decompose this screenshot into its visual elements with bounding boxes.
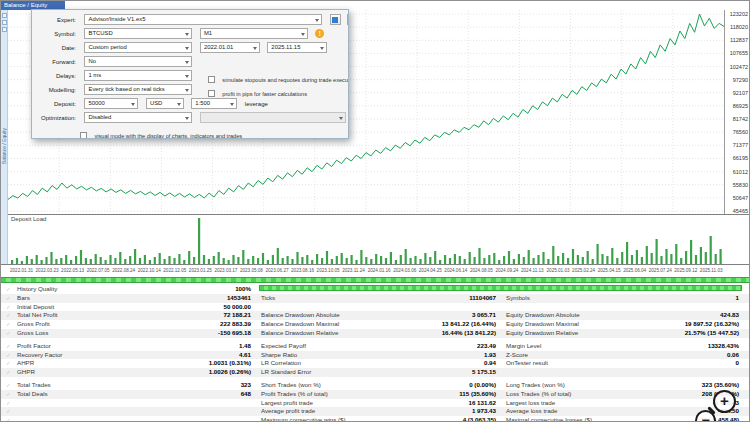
stats-row[interactable]: ✓Recovery Factor4.61Sharpe Ratio1.93Z-Sc…: [1, 351, 750, 360]
stat-label: Gross Profit: [17, 320, 50, 329]
deposit-currency-select[interactable]: USD: [146, 98, 184, 109]
stat-label: Ticks: [261, 294, 275, 303]
y-axis-label: 66195: [733, 155, 748, 161]
date-axis-label: 2023.10.05: [317, 268, 340, 273]
delays-select[interactable]: 1 ms: [84, 70, 192, 81]
date-mode-select[interactable]: Custom period: [84, 42, 192, 53]
stats-row[interactable]: ✓AHPR1.0031 (0.31%)LR Correlation0.94OnT…: [1, 359, 750, 368]
stat-value: 3 065.71: [363, 311, 496, 320]
leverage-label: leverage: [245, 101, 268, 107]
row-marker-icon: ✓: [6, 407, 11, 416]
expert-select[interactable]: Advisor/Inside V1.ex5: [84, 14, 322, 25]
stat-label: Sharpe Ratio: [261, 351, 297, 360]
stat-value: 72 188.21: [113, 311, 251, 320]
stats-row[interactable]: ✓GHPR1.0026 (0.26%)LR Standard Error5 17…: [1, 368, 750, 377]
stat-value: 222 883.39: [113, 320, 251, 329]
y-axis-label: 71377: [733, 142, 748, 148]
date-axis-label: 2023.11.24: [342, 268, 365, 273]
forward-select[interactable]: No: [84, 56, 192, 67]
row-marker-icon: ✓: [6, 416, 11, 422]
row-marker-icon: ✓: [6, 329, 11, 338]
left-toolbar-strip: Balance / Equity: [1, 10, 8, 264]
stat-label: Gross Loss: [17, 329, 48, 338]
stats-row[interactable]: ✓Largest profit trade16 131.62Largest lo…: [1, 399, 750, 408]
date-axis-label: 2022.12.05: [163, 268, 186, 273]
stat-value: 1453461: [113, 294, 251, 303]
expert-label: Expert:: [36, 14, 76, 26]
strategy-tester-window: Balance / Equity Balance / Equity 123202…: [0, 0, 750, 422]
stat-label: Expected Payoff: [261, 342, 306, 351]
stats-row[interactable]: ✓Initial Deposit50 000.00: [1, 303, 750, 312]
strip-icon[interactable]: [2, 13, 7, 18]
stats-row[interactable]: ✓Gross Profit222 883.39Balance Drawdown …: [1, 320, 750, 329]
stats-row[interactable]: ✓Gross Loss-150 695.18Balance Drawdown R…: [1, 329, 750, 338]
stat-value: 13328.43%: [611, 342, 739, 351]
stat-value: 323: [113, 381, 251, 390]
stats-row[interactable]: ✓Total Net Profit72 188.21Balance Drawdo…: [1, 311, 750, 320]
stats-row[interactable]: ✓Total Trades323Short Trades (won %)0 (0…: [1, 381, 750, 390]
y-axis-label: 76560: [733, 129, 748, 135]
zoom-in-button[interactable]: +: [713, 390, 736, 413]
deposit-amount-select[interactable]: 50000: [84, 98, 138, 109]
date-from-field[interactable]: 2022.01.01: [200, 42, 260, 53]
y-axis-label: 61012: [733, 169, 748, 175]
date-axis-label: 2024.09.24: [495, 268, 518, 273]
stat-label: AHPR: [17, 359, 34, 368]
date-axis-label: 2024.01.16: [368, 268, 391, 273]
stat-label: Equity Drawdown Maximal: [506, 320, 579, 329]
expert-settings-button[interactable]: ⚙: [347, 14, 349, 25]
stat-label: OnTester result: [506, 359, 548, 368]
stats-row[interactable]: ✓Bars1453461Ticks11104067Symbols1: [1, 294, 750, 303]
date-axis-label: 2025.09.12: [674, 268, 697, 273]
y-axis: 1232021180201128371076551024729729092107…: [724, 10, 750, 214]
plus-icon: +: [720, 392, 729, 409]
expert-ide-button[interactable]: [330, 14, 341, 25]
stat-label: Balance Drawdown Relative: [261, 329, 338, 338]
symbol-warning-icon[interactable]: !: [315, 29, 324, 38]
stat-value: 1.48: [113, 342, 251, 351]
stat-label: Largest loss trade: [506, 399, 555, 408]
stopouts-checkbox[interactable]: [208, 76, 215, 83]
strip-icon[interactable]: [2, 27, 7, 32]
visual-mode-checkbox-label: visual mode with the display of charts, …: [94, 133, 242, 139]
row-marker-icon: ✓: [6, 399, 11, 408]
date-axis-label: 2023.05.08: [240, 268, 263, 273]
y-axis-label: 97290: [733, 77, 748, 83]
stat-value: 1.0031 (0.31%): [113, 359, 251, 368]
leverage-select[interactable]: 1:500: [191, 98, 237, 109]
date-axis-label: 2025.06.04: [623, 268, 646, 273]
forward-label: Forward:: [36, 56, 76, 68]
stat-label: Short Trades (won %): [261, 381, 321, 390]
date-to-field[interactable]: 2025.11.15: [267, 42, 327, 53]
date-axis-label: 2023.06.27: [266, 268, 289, 273]
date-axis-label: 2024.06.14: [444, 268, 467, 273]
stat-label: Recovery Factor: [17, 351, 62, 360]
stat-value: 1: [611, 294, 739, 303]
stat-label: Average profit trade: [261, 407, 315, 416]
stat-value: 0.06: [611, 351, 739, 360]
y-axis-label: 102472: [730, 64, 748, 70]
stat-label: Total Trades: [17, 381, 51, 390]
strip-icon[interactable]: [2, 20, 7, 25]
y-axis-label: 50647: [733, 195, 748, 201]
stats-row[interactable]: ✓Average profit trade1 973.43Average los…: [1, 407, 750, 416]
visual-mode-checkbox[interactable]: [80, 132, 87, 139]
symbol-select[interactable]: BTCUSD: [84, 28, 192, 39]
y-axis-label: 55830: [733, 182, 748, 188]
symbol-label: Symbol:: [36, 28, 76, 40]
stats-row[interactable]: ✓Profit Factor1.48Expected Payoff223.49M…: [1, 342, 750, 351]
stats-row[interactable]: ✓Total Deals648Profit Trades (% of total…: [1, 390, 750, 399]
stat-value: 424.83: [611, 311, 739, 320]
stat-label: Equity Drawdown Absolute: [506, 311, 580, 320]
optimization-criterion-select: [200, 112, 346, 123]
stats-row[interactable]: ✓Maximum consecutive wins ($)4 (3 063.35…: [1, 416, 750, 422]
stat-value: 223.49: [363, 342, 496, 351]
stat-value: 323 (35.60%): [611, 381, 739, 390]
timeframe-select[interactable]: M1: [200, 28, 308, 39]
row-marker-icon: ✓: [6, 368, 11, 377]
modelling-select[interactable]: Every tick based on real ticks: [84, 84, 192, 95]
history-quality-row[interactable]: ✓ History Quality 100%: [1, 285, 750, 294]
optimization-select[interactable]: Disabled: [84, 112, 192, 123]
pips-checkbox[interactable]: [208, 90, 215, 97]
date-axis-label: 2022.05.13: [61, 268, 84, 273]
